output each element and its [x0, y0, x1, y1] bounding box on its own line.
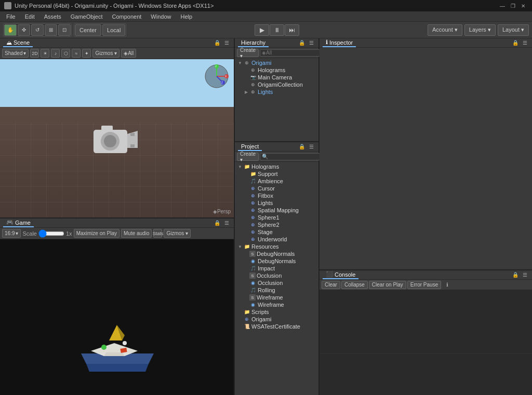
game-gizmos-dropdown[interactable]: Gizmos ▾	[164, 229, 191, 238]
lighting-toggle-icon[interactable]: ☀	[41, 49, 49, 58]
hierarchy-tab[interactable]: Hierarchy	[238, 38, 269, 47]
console-menu-icon[interactable]: ☰	[521, 271, 529, 279]
game-viewport[interactable]	[0, 239, 234, 395]
hierarchy-lock-icon[interactable]: 🔒	[298, 39, 306, 47]
hierarchy-item-lights[interactable]: ▶ ⊕ Lights	[235, 88, 318, 96]
layers-dropdown[interactable]: Layers ▾	[464, 24, 496, 36]
scene-lock-icon[interactable]: 🔒	[213, 39, 221, 47]
project-lock-icon[interactable]: 🔒	[298, 143, 306, 151]
menu-edit[interactable]: Edit	[21, 12, 39, 21]
hierarchy-tab-label: Hierarchy	[241, 39, 265, 46]
game-lock-icon[interactable]: 🔒	[213, 219, 221, 227]
inspector-tab[interactable]: ℹ Inspector	[323, 38, 356, 47]
project-item-lights[interactable]: ⊕ Lights	[235, 199, 318, 207]
project-item-sphere1[interactable]: ⊕ Sphere1	[235, 214, 318, 221]
project-item-scripts[interactable]: 📁 Scripts	[235, 308, 318, 316]
console-collapse-button[interactable]: Collapse	[341, 281, 368, 289]
hierarchy-item-holograms[interactable]: ⊕ Holograms	[235, 66, 318, 74]
rect-tool-button[interactable]: ⊡	[58, 24, 71, 36]
project-item-wireframe-shader[interactable]: S Wireframe	[235, 294, 318, 301]
stats-button[interactable]: Stats	[153, 229, 162, 238]
project-item-origami[interactable]: ⊕ Origami	[235, 316, 318, 323]
move-tool-button[interactable]: ✜	[18, 24, 30, 36]
project-item-holograms[interactable]: ▼ 📁 Holograms	[235, 163, 318, 170]
flares-icon[interactable]: ✦	[82, 49, 91, 58]
menu-help[interactable]: Help	[176, 12, 196, 21]
game-menu-icon[interactable]: ☰	[222, 219, 231, 227]
maximize-on-play-button[interactable]: Maximize on Play	[74, 229, 119, 238]
scale-tool-button[interactable]: ⊞	[45, 24, 57, 36]
project-item-impact[interactable]: 🎵 Impact	[235, 265, 318, 272]
project-item-wireframe-mat[interactable]: ◉ Wireframe	[235, 301, 318, 308]
hierarchy-item-main-camera[interactable]: 📷 Main Camera	[235, 74, 318, 81]
play-button[interactable]: ▶	[255, 24, 269, 36]
scene-menu-icon[interactable]: ☰	[222, 39, 231, 47]
project-tab[interactable]: Project	[238, 142, 262, 151]
gizmos-dropdown[interactable]: Gizmos ▾	[92, 49, 119, 58]
scale-slider[interactable]	[38, 230, 64, 237]
console-info-icon[interactable]: ℹ	[443, 281, 451, 289]
project-item-ambience[interactable]: 🎵 Ambience	[235, 178, 318, 185]
menu-window[interactable]: Window	[147, 12, 175, 21]
menu-gameobject[interactable]: GameObject	[66, 12, 107, 21]
hierarchy-menu-icon[interactable]: ☰	[307, 39, 315, 47]
project-item-underworld[interactable]: ⊕ Underworld	[235, 236, 318, 243]
center-pivot-button[interactable]: Center	[75, 24, 101, 36]
toolbar-right: Account ▾ Layers ▾ Layout ▾	[428, 24, 529, 36]
account-dropdown[interactable]: Account ▾	[428, 24, 462, 36]
project-item-debug-normals-shader[interactable]: S DebugNormals	[235, 250, 318, 257]
holograms-label: Holograms	[258, 67, 285, 73]
close-button[interactable]: ✕	[518, 2, 528, 9]
hand-tool-button[interactable]: ✋	[4, 24, 17, 36]
project-create-button[interactable]: Create ▾	[237, 153, 259, 161]
skybox-icon[interactable]: ⬡	[61, 49, 70, 58]
project-item-occlusion-shader[interactable]: S Occlusion	[235, 272, 318, 279]
shaded-dropdown[interactable]: Shaded ▾	[2, 49, 29, 58]
mute-audio-button[interactable]: Mute audio	[121, 229, 152, 238]
project-item-wsa-cert[interactable]: 📜 WSATestCertificate	[235, 323, 318, 330]
layout-dropdown[interactable]: Layout ▾	[498, 24, 529, 36]
project-item-occlusion-mat[interactable]: ◉ Occlusion	[235, 279, 318, 287]
project-item-sphere2[interactable]: ⊕ Sphere2	[235, 221, 318, 228]
console-clear-on-play-button[interactable]: Clear on Play	[369, 281, 406, 289]
inspector-lock-icon[interactable]: 🔒	[511, 39, 520, 47]
menu-file[interactable]: File	[2, 12, 20, 21]
console-lock-icon[interactable]: 🔒	[511, 271, 520, 279]
project-item-debug-normals-mat[interactable]: ◉ DebugNormals	[235, 257, 318, 265]
step-button[interactable]: ⏭	[285, 24, 299, 36]
all-layers-dropdown[interactable]: ◈All	[121, 49, 136, 58]
scene-gizmo[interactable]: Y X Z	[204, 63, 230, 89]
console-error-pause-button[interactable]: Error Pause	[407, 281, 441, 289]
scene-viewport[interactable]: Y X Z ◈Persp	[0, 59, 234, 217]
local-space-button[interactable]: Local	[102, 24, 125, 36]
project-item-fitbox[interactable]: ⊕ Fitbox	[235, 192, 318, 199]
inspector-menu-icon[interactable]: ☰	[521, 39, 529, 47]
hierarchy-item-origami[interactable]: ▼ ⊕ Origami	[235, 59, 318, 66]
console-clear-button[interactable]: Clear	[322, 281, 340, 289]
svg-marker-21	[104, 352, 125, 356]
scene-tab[interactable]: ⛰ Scene	[3, 38, 33, 47]
menu-component[interactable]: Component	[108, 12, 145, 21]
rotate-tool-button[interactable]: ↺	[31, 24, 44, 36]
project-item-cursor[interactable]: ⊕ Cursor	[235, 185, 318, 192]
project-item-resources[interactable]: ▼ 📁 Resources	[235, 243, 318, 250]
project-item-rolling[interactable]: 🎵 Rolling	[235, 287, 318, 294]
game-tab[interactable]: 🎮 Game	[3, 219, 34, 227]
console-tab[interactable]: ⬛ Console	[323, 270, 358, 279]
project-menu-icon[interactable]: ☰	[307, 143, 315, 151]
project-item-spatial-mapping[interactable]: ⊕ Spatial Mapping	[235, 207, 318, 214]
hierarchy-create-button[interactable]: Create ▾	[237, 49, 259, 57]
minimize-button[interactable]: —	[498, 2, 507, 9]
project-item-stage[interactable]: ⊕ Stage	[235, 228, 318, 236]
fog-icon[interactable]: ≈	[72, 49, 81, 58]
hierarchy-item-origami-collection[interactable]: ⊕ OrigamiCollection	[235, 81, 318, 88]
proj-sphere2-label: Sphere2	[258, 222, 280, 228]
aspect-ratio-dropdown[interactable]: 16:9 ▾	[2, 229, 21, 238]
pause-button[interactable]: ⏸	[270, 24, 284, 36]
inspector-panel-header: ℹ Inspector 🔒 ☰	[320, 38, 532, 48]
maximize-button[interactable]: ❐	[508, 2, 517, 9]
project-item-support[interactable]: 📁 Support	[235, 170, 318, 178]
2d-toggle[interactable]: 2D	[30, 49, 39, 58]
audio-toggle-icon[interactable]: ♪	[51, 49, 60, 58]
menu-assets[interactable]: Assets	[40, 12, 65, 21]
